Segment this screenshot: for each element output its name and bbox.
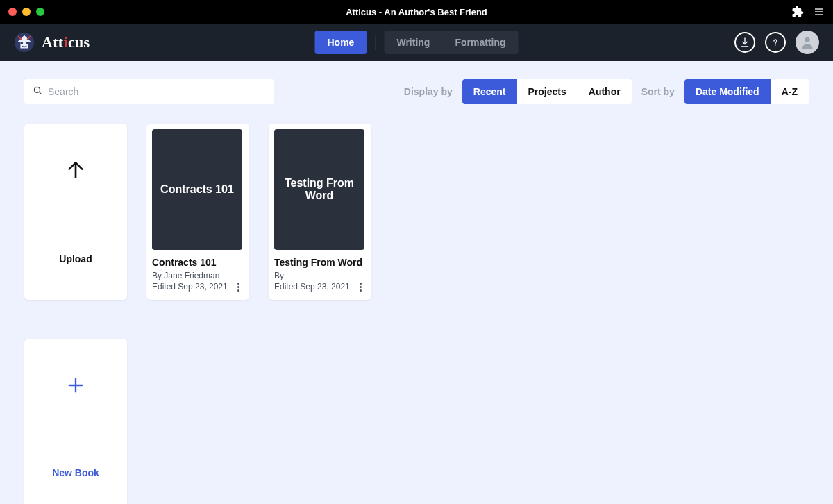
minimize-window[interactable] xyxy=(22,8,31,16)
plus-icon xyxy=(66,376,85,398)
filter-recent[interactable]: Recent xyxy=(462,79,517,104)
svg-point-7 xyxy=(805,37,809,42)
svg-point-8 xyxy=(34,87,40,92)
brand-logo-icon xyxy=(14,32,35,53)
book-edited: Edited Sep 23, 2021 xyxy=(274,282,350,292)
book-cover: Contracts 101 xyxy=(152,129,242,250)
nav-divider xyxy=(375,35,376,50)
book-card[interactable]: Testing From Word Testing From Word By E… xyxy=(269,124,371,300)
upload-label: Upload xyxy=(59,253,92,264)
help-button[interactable] xyxy=(765,32,786,53)
fullscreen-window[interactable] xyxy=(36,8,44,16)
new-book-card[interactable]: New Book xyxy=(24,339,127,504)
book-author: By Jane Friedman xyxy=(152,271,244,280)
book-card[interactable]: Contracts 101 Contracts 101 By Jane Frie… xyxy=(146,124,249,300)
nav-writing[interactable]: Writing xyxy=(384,31,442,54)
book-author: By xyxy=(274,271,366,280)
search-icon xyxy=(33,85,42,98)
sort-by-label: Sort by xyxy=(641,86,675,97)
search-box[interactable] xyxy=(24,79,274,104)
sort-az[interactable]: A-Z xyxy=(771,79,809,104)
display-by-label: Display by xyxy=(404,86,453,97)
book-edited: Edited Sep 23, 2021 xyxy=(152,282,228,292)
svg-point-4 xyxy=(20,42,23,44)
brand-name: Atticus xyxy=(42,33,90,51)
nav-formatting[interactable]: Formatting xyxy=(442,31,518,54)
display-by-segment: Recent Projects Author xyxy=(462,79,632,104)
sort-date-modified[interactable]: Date Modified xyxy=(684,79,771,104)
search-input[interactable] xyxy=(48,86,266,97)
window-controls xyxy=(8,8,44,16)
avatar[interactable] xyxy=(796,31,819,54)
nav-group: Writing Formatting xyxy=(384,31,518,54)
brand[interactable]: Atticus xyxy=(14,32,90,53)
menu-icon[interactable] xyxy=(814,6,825,17)
close-window[interactable] xyxy=(8,8,17,16)
upload-card[interactable]: Upload xyxy=(24,124,127,300)
book-grid: Upload Contracts 101 Contracts 101 By Ja… xyxy=(24,124,621,504)
window-title: Atticus - An Author's Best Friend xyxy=(0,7,833,17)
svg-point-5 xyxy=(26,42,28,44)
main: Display by Recent Projects Author Sort b… xyxy=(0,61,833,504)
top-nav: Atticus Home Writing Formatting xyxy=(0,24,833,61)
toolbar: Display by Recent Projects Author Sort b… xyxy=(24,79,809,104)
filter-author[interactable]: Author xyxy=(578,79,632,104)
book-menu-icon[interactable] xyxy=(355,283,366,292)
svg-line-9 xyxy=(40,92,42,94)
download-button[interactable] xyxy=(734,32,755,53)
book-menu-icon[interactable] xyxy=(233,283,244,292)
nav-home[interactable]: Home xyxy=(315,31,367,54)
new-book-label: New Book xyxy=(52,467,99,478)
upload-icon xyxy=(65,159,87,184)
extensions-icon[interactable] xyxy=(791,6,804,18)
book-title: Contracts 101 xyxy=(152,257,244,268)
book-title: Testing From Word xyxy=(274,257,366,268)
svg-point-6 xyxy=(775,44,775,45)
titlebar: Atticus - An Author's Best Friend xyxy=(0,0,833,24)
book-cover: Testing From Word xyxy=(274,129,364,250)
sort-by-segment: Date Modified A-Z xyxy=(684,79,809,104)
filter-projects[interactable]: Projects xyxy=(517,79,578,104)
